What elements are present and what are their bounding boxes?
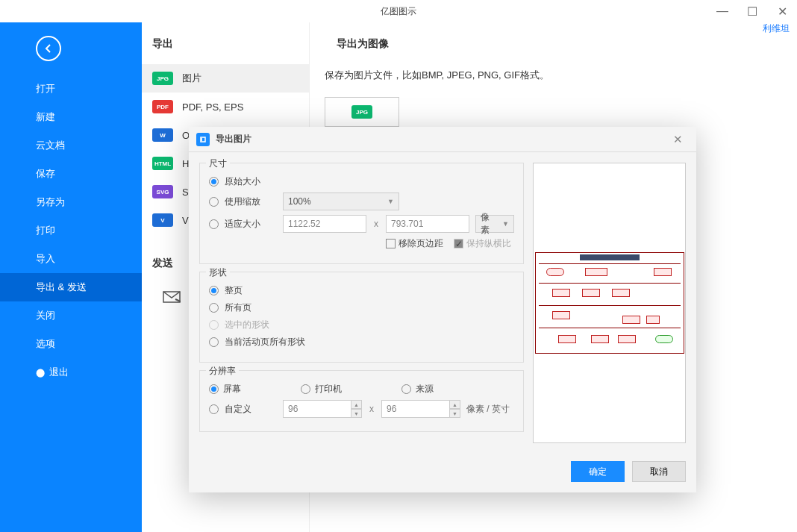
spin-down-icon[interactable]: ▼	[351, 409, 362, 418]
radio-use-zoom[interactable]	[209, 197, 219, 207]
height-input[interactable]: 793.701	[386, 215, 469, 233]
res-heading: 分辨率	[206, 365, 239, 378]
radio-res-custom[interactable]	[209, 404, 219, 414]
dialog-overlay: 导出图片 ✕ 尺寸 原始大小 使用缩放 100%▼ 适应大小 1	[0, 0, 797, 532]
size-group: 尺寸 原始大小 使用缩放 100%▼ 适应大小 1122.52 x 793.70…	[199, 163, 524, 264]
check-keep-ratio: ✓	[454, 239, 463, 248]
spin-up-icon[interactable]: ▲	[450, 400, 460, 409]
export-image-dialog: 导出图片 ✕ 尺寸 原始大小 使用缩放 100%▼ 适应大小 1	[189, 127, 696, 492]
radio-res-printer[interactable]	[301, 384, 310, 394]
radio-res-screen[interactable]	[209, 384, 219, 394]
zoom-select[interactable]: 100%▼	[283, 193, 399, 210]
radio-fit-size[interactable]	[209, 219, 219, 229]
radio-selected-shapes	[209, 320, 219, 330]
ok-button[interactable]: 确定	[571, 461, 625, 482]
shape-group: 形状 整页 所有页 选中的形状 当前活动页所有形状	[199, 272, 524, 363]
radio-original-size[interactable]	[209, 177, 219, 187]
chevron-down-icon: ▼	[387, 198, 394, 205]
chevron-down-icon: ▼	[502, 220, 509, 228]
radio-all-pages[interactable]	[209, 303, 219, 313]
radio-res-source[interactable]	[401, 384, 411, 394]
preview-pane	[533, 163, 686, 443]
resolution-group: 分辨率 屏幕 打印机 来源 自定义 96▲▼ x 96▲▼ 像素 / 英寸	[199, 370, 524, 432]
cancel-button[interactable]: 取消	[632, 461, 686, 482]
app-logo-icon	[196, 133, 210, 146]
res-width-input[interactable]: 96▲▼	[283, 400, 362, 418]
dialog-title: 导出图片	[216, 133, 666, 145]
radio-full-page[interactable]	[209, 286, 219, 295]
radio-active-shapes[interactable]	[209, 337, 219, 347]
shape-heading: 形状	[206, 266, 230, 279]
unit-select[interactable]: 像素▼	[475, 215, 514, 233]
spin-down-icon[interactable]: ▼	[450, 409, 460, 418]
width-input[interactable]: 1122.52	[283, 215, 366, 233]
dialog-close-button[interactable]: ✕	[666, 133, 689, 146]
res-height-input[interactable]: 96▲▼	[381, 400, 460, 418]
preview-flowchart	[535, 252, 684, 354]
check-remove-margin[interactable]	[386, 239, 396, 248]
spin-up-icon[interactable]: ▲	[351, 400, 362, 409]
size-heading: 尺寸	[206, 157, 230, 170]
